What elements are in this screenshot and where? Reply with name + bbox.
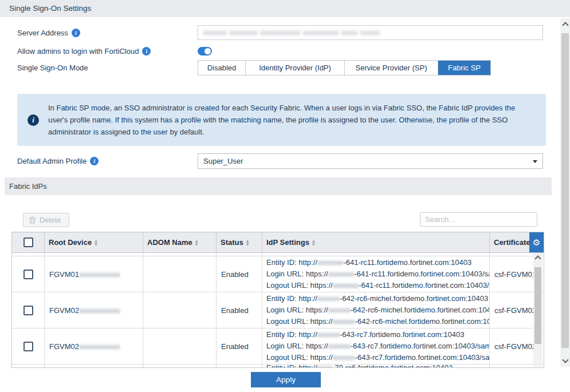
redacted-text: xxxxxxx [328, 270, 355, 278]
sso-mode-label-text: Single Sign-On Mode [17, 64, 88, 72]
chevron-down-icon [533, 160, 537, 163]
adom-name-cell [143, 328, 217, 364]
select-all-checkbox[interactable] [23, 237, 33, 247]
scroll-down-arrow-icon[interactable] [560, 356, 570, 366]
status-text: Enabled [221, 270, 249, 279]
status-cell: Enabled [217, 328, 262, 364]
note-info-icon: i [27, 114, 39, 126]
table-settings-button[interactable]: ⚙ [529, 232, 544, 252]
column-label: Certificate [494, 238, 530, 247]
table-scrollbar-thumb[interactable] [534, 267, 541, 344]
sort-icon: ▲▼ [312, 239, 315, 246]
redacted-text: xxxxxx [333, 353, 355, 362]
adom-name-cell [143, 256, 217, 292]
entity-id-line: Entity ID: http://xxxx-70-rc6.fortidemo.… [266, 365, 485, 367]
root-device-cell: FGVM02xxxxxxxxxxx [45, 328, 143, 364]
adom-name-cell [143, 292, 217, 328]
default-admin-profile-label-text: Default Admin Profile [17, 157, 87, 165]
mode-fabric-sp-button[interactable]: Fabric SP [438, 61, 490, 75]
sort-icon: ▲▼ [95, 239, 97, 246]
table-row: FGVM02xxxxxxxxxxx Enabled Entity ID: htt… [12, 292, 544, 328]
redacted-text: xxxxxxxxxxx [79, 342, 120, 351]
default-admin-profile-label: Default Admin Profile i [17, 157, 99, 165]
column-root-device[interactable]: Root Device▲▼ [45, 232, 143, 252]
server-address-label: Server Address i [17, 29, 80, 37]
table-scrollbar[interactable] [533, 253, 543, 367]
login-url-line: Login URL: https://xxxxxxx-641-rc11.fort… [266, 268, 485, 280]
logout-url-line: Logout URL: https://xxxxxx-642-rc6-miche… [266, 316, 485, 327]
row-checkbox[interactable] [23, 342, 33, 351]
info-icon[interactable]: i [72, 29, 80, 37]
row-checkbox[interactable] [23, 306, 33, 315]
scroll-up-arrow-icon[interactable] [560, 19, 570, 29]
status-cell: Enabled [217, 256, 262, 292]
mode-sp-button[interactable]: Service Provider (SP) [345, 61, 438, 75]
delete-button-label: Delete [40, 216, 61, 224]
mode-idp-button[interactable]: Identity Provider (IdP) [246, 61, 345, 75]
sort-icon: ▲▼ [246, 239, 249, 246]
trash-icon [29, 216, 36, 224]
logout-url-line: Logout URL: https://xxxxxx-643-rc7.forti… [266, 352, 485, 363]
root-device-cell: FGVM01xxxxxxxxxxx [45, 256, 143, 292]
login-url-line: Login URL: https://xxxxxx-643-rc7.fortid… [266, 340, 485, 352]
root-device-cell: FGVM02xxxxxxxxxxx [45, 292, 143, 328]
checkbox-cell [12, 256, 45, 292]
column-status[interactable]: Status▲▼ [217, 232, 262, 252]
fabric-idps-section-title: Fabric IdPs [5, 177, 552, 195]
delete-button[interactable]: Delete [23, 213, 69, 227]
redacted-text: xxxxxx [317, 330, 340, 339]
table-header: Root Device▲▼ ADOM Name▲▼ Status▲▼ IdP S… [12, 232, 544, 253]
select-all-header [12, 232, 45, 252]
info-icon[interactable]: i [142, 47, 151, 56]
sso-mode-label: Single Sign-On Mode [17, 64, 88, 72]
fabric-idps-table: Root Device▲▼ ADOM Name▲▼ Status▲▼ IdP S… [11, 232, 544, 368]
toggle-knob [205, 48, 211, 54]
column-idp-settings[interactable]: IdP Settings▲▼ [262, 232, 490, 252]
table-row: FGVM02xxxxxxxxxxx Enabled Entity ID: htt… [12, 328, 544, 365]
root-device-text: FGVM02 [49, 306, 79, 315]
page-scrollbar-thumb[interactable] [561, 33, 569, 348]
checkbox-cell [12, 292, 45, 328]
root-device-text: FGVM01 [49, 270, 79, 279]
status-text: Enabled [221, 306, 249, 315]
table-body: FGVM01xxxxxxxxxxx Enabled Entity ID: htt… [12, 253, 544, 367]
redacted-text: xxxxxxxxxxx [79, 270, 120, 279]
entity-id-line: Entity ID: http://xxxxxxx-641-rc11.forti… [266, 257, 485, 268]
redacted-text: xxxxxxx [317, 258, 344, 267]
redacted-text: xxxxxx [333, 317, 355, 326]
default-admin-profile-select[interactable]: Super_User [198, 153, 543, 169]
column-label: IdP Settings [266, 238, 309, 247]
root-device-text: FGVM02 [49, 342, 79, 351]
selected-profile-value: Super_User [203, 157, 243, 165]
page-scrollbar[interactable] [560, 18, 570, 367]
scroll-up-arrow-icon[interactable] [533, 253, 543, 263]
redacted-text: xxxxxx [317, 294, 340, 303]
idp-settings-cell: Entity ID: http://xxxxxx-643-rc7.fortide… [262, 328, 490, 364]
server-address-input[interactable]: xxxxxx xxxxxxx xxxxxxxxxx xxxxxxxxx xxxx… [198, 25, 543, 40]
idp-settings-cell: Entity ID: http://xxxxxx-642-rc6-michel.… [262, 292, 490, 328]
search-input[interactable] [420, 212, 537, 227]
row-checkbox[interactable] [23, 270, 33, 279]
info-icon[interactable]: i [90, 157, 99, 165]
status-cell: Enabled [217, 292, 262, 328]
apply-button[interactable]: Apply [251, 372, 321, 387]
page-title: Single Sign-On Settings [0, 0, 570, 17]
forticloud-toggle[interactable] [198, 47, 212, 56]
forticloud-label-text: Allow admins to login with FortiCloud [17, 47, 139, 56]
redacted-text: xxxxxx [328, 342, 351, 350]
column-adom-name[interactable]: ADOM Name▲▼ [143, 232, 217, 252]
fabric-sp-info-note: i In Fabric SP mode, an SSO administrato… [17, 94, 546, 146]
mode-disabled-button[interactable]: Disabled [198, 61, 246, 75]
sort-icon: ▲▼ [195, 239, 198, 246]
note-text: In Fabric SP mode, an SSO administrator … [48, 102, 533, 138]
logout-url-line: Logout URL: https://xxxxxxx-641-rc11.for… [266, 280, 485, 291]
checkbox-cell [12, 328, 45, 364]
redacted-text: xxxxxxx [333, 281, 359, 290]
forticloud-label: Allow admins to login with FortiCloud i [17, 47, 151, 56]
redacted-text: xxxx [317, 365, 332, 367]
column-label: Status [221, 238, 243, 247]
redacted-text: xxxxxx [328, 306, 351, 314]
server-address-label-text: Server Address [17, 29, 68, 37]
idp-settings-cell: Entity ID: http://xxxxxxx-641-rc11.forti… [262, 256, 490, 292]
clipped-row-bottom: Entity ID: http://xxxx-70-rc6.fortidemo.… [12, 365, 544, 367]
